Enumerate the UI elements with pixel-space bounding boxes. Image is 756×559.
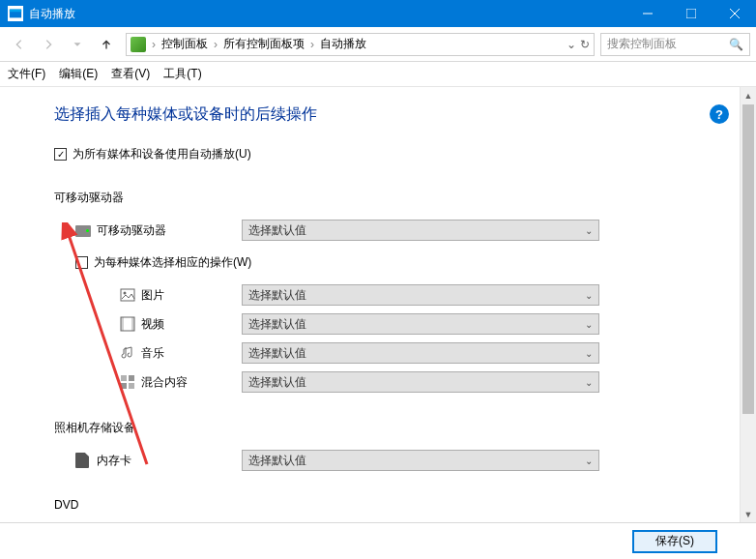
svg-rect-12	[129, 375, 134, 381]
pictures-select[interactable]: 选择默认值⌄	[242, 284, 599, 306]
memory-card-label: 内存卡	[97, 453, 242, 469]
mixed-select[interactable]: 选择默认值⌄	[242, 371, 599, 393]
pictures-label: 图片	[141, 287, 242, 304]
content-area: ? 选择插入每种媒体或设备时的后续操作 为所有媒体和设备使用自动播放(U) 可移…	[0, 87, 756, 522]
menu-tools[interactable]: 工具(T)	[163, 66, 201, 82]
breadcrumb-sep: ›	[150, 38, 158, 51]
vertical-scrollbar[interactable]: ▲ ▼	[740, 87, 756, 522]
removable-drive-select[interactable]: 选择默认值⌄	[242, 220, 599, 241]
svg-rect-13	[121, 383, 127, 389]
videos-label: 视频	[141, 316, 242, 333]
breadcrumb-item[interactable]: 控制面板	[161, 36, 208, 52]
chevron-down-icon: ⌄	[585, 377, 593, 388]
control-panel-icon	[131, 37, 146, 52]
removable-drive-label: 可移动驱动器	[97, 222, 242, 239]
svg-rect-10	[131, 317, 134, 331]
page-title: 选择插入每种媒体或设备时的后续操作	[54, 104, 729, 125]
minimize-button[interactable]	[625, 0, 669, 27]
menu-file[interactable]: 文件(F)	[8, 66, 45, 82]
breadcrumb-item[interactable]: 所有控制面板项	[223, 36, 305, 52]
chevron-down-icon[interactable]: ⌄	[567, 38, 576, 51]
section-dvd: DVD	[54, 498, 729, 512]
chevron-down-icon: ⌄	[585, 225, 593, 236]
help-icon[interactable]: ?	[710, 104, 729, 124]
window-title: 自动播放	[29, 6, 625, 22]
refresh-icon[interactable]: ↻	[580, 38, 590, 51]
section-camera-storage: 照相机存储设备	[54, 420, 729, 436]
use-autoplay-label: 为所有媒体和设备使用自动播放(U)	[73, 146, 251, 162]
close-button[interactable]	[712, 0, 756, 27]
svg-rect-9	[121, 317, 124, 331]
use-autoplay-checkbox[interactable]	[54, 148, 67, 161]
title-bar: 自动播放	[0, 0, 756, 27]
menu-bar: 文件(F) 编辑(E) 查看(V) 工具(T)	[0, 62, 756, 87]
memory-card-icon	[75, 453, 97, 468]
svg-point-7	[124, 292, 127, 295]
save-button[interactable]: 保存(S)	[632, 530, 717, 553]
menu-view[interactable]: 查看(V)	[111, 66, 150, 82]
svg-rect-11	[121, 375, 127, 381]
per-media-checkbox[interactable]	[75, 256, 88, 269]
search-input[interactable]: 搜索控制面板 🔍	[600, 33, 750, 56]
music-label: 音乐	[141, 345, 242, 362]
music-icon	[120, 345, 141, 361]
search-placeholder: 搜索控制面板	[607, 36, 677, 52]
scroll-down-icon[interactable]: ▼	[741, 506, 756, 522]
mixed-icon	[120, 374, 141, 390]
pictures-icon	[120, 287, 141, 303]
chevron-down-icon: ⌄	[585, 348, 593, 359]
address-bar-row: › 控制面板 › 所有控制面板项 › 自动播放 ⌄ ↻ 搜索控制面板 🔍	[0, 27, 756, 62]
footer: 保存(S)	[0, 522, 756, 559]
svg-rect-3	[686, 9, 696, 18]
svg-rect-1	[10, 10, 21, 13]
drive-icon	[75, 223, 97, 237]
menu-edit[interactable]: 编辑(E)	[59, 66, 98, 82]
memory-card-select[interactable]: 选择默认值⌄	[242, 450, 599, 471]
section-removable-drives: 可移动驱动器	[54, 190, 729, 206]
breadcrumb-item[interactable]: 自动播放	[320, 36, 366, 52]
mixed-label: 混合内容	[141, 374, 242, 391]
recent-button[interactable]	[64, 31, 91, 58]
chevron-down-icon: ⌄	[585, 290, 593, 301]
chevron-down-icon: ⌄	[585, 456, 593, 466]
up-button[interactable]	[93, 31, 120, 58]
search-icon: 🔍	[729, 38, 743, 51]
scroll-up-icon[interactable]: ▲	[741, 87, 756, 103]
chevron-down-icon: ⌄	[585, 319, 593, 330]
forward-button[interactable]	[35, 31, 62, 58]
back-button[interactable]	[6, 31, 33, 58]
svg-rect-14	[129, 383, 134, 389]
address-bar[interactable]: › 控制面板 › 所有控制面板项 › 自动播放 ⌄ ↻	[126, 33, 595, 56]
maximize-button[interactable]	[669, 0, 712, 27]
app-icon	[8, 6, 23, 21]
videos-select[interactable]: 选择默认值⌄	[242, 313, 599, 335]
music-select[interactable]: 选择默认值⌄	[242, 342, 599, 364]
per-media-label: 为每种媒体选择相应的操作(W)	[94, 254, 251, 271]
scrollbar-thumb[interactable]	[742, 104, 754, 414]
videos-icon	[120, 316, 141, 332]
